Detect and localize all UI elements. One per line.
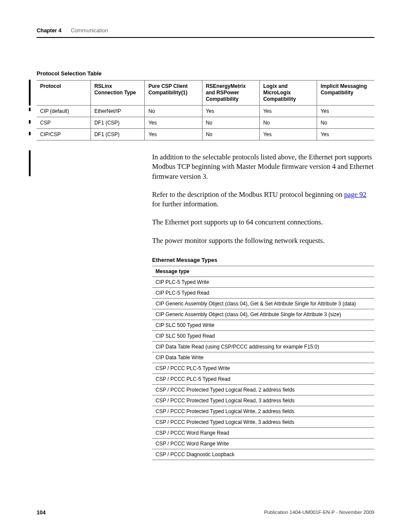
- col-logix: Logix and MicroLogix Compatibility: [259, 81, 317, 106]
- table-row: CSP / PCCC PLC-5 Typed Write: [152, 363, 374, 373]
- page-footer: 104 Publication 1404-UM001F-EN-P - Novem…: [37, 510, 374, 516]
- table-row: CSP / PCCC Word Range Read: [152, 427, 374, 438]
- chapter-label: Chapter 4: [37, 28, 62, 34]
- table-row: CIP/CSP DF1 (CSP) Yes No Yes Yes: [37, 129, 374, 140]
- table-row: CSP DF1 (CSP) Yes No No No: [37, 117, 374, 129]
- col-message-type: Message type: [152, 266, 374, 277]
- table-row: CSP / PCCC Word Range Write: [152, 438, 374, 449]
- table-row: CIP SLC 500 Typed Write: [152, 320, 374, 330]
- table-row: CIP SLC 500 Typed Read: [152, 330, 374, 341]
- paragraph: The Ethernet port supports up to 64 conc…: [152, 218, 374, 227]
- table-row: CIP Generic Assembly Object (class 04), …: [152, 309, 374, 320]
- change-bar-dot: [29, 108, 31, 111]
- paragraph: The power monitor supports the following…: [152, 236, 374, 246]
- table-row: CSP / PCCC PLC-5 Typed Read: [152, 373, 374, 384]
- col-protocol: Protocol: [37, 81, 90, 106]
- change-bar-dot: [29, 120, 31, 124]
- page-link[interactable]: page 92: [344, 190, 367, 199]
- table-row: CIP Data Table Read (using CSP/PCCC addr…: [152, 341, 374, 352]
- paragraph: Refer to the description of the Modbus R…: [152, 190, 374, 209]
- change-bar: [29, 150, 31, 176]
- table-header-row: Message type: [152, 266, 374, 277]
- body-text: In addition to the selectable protocols …: [152, 152, 374, 246]
- table-row: CIP (default) EtherNet/IP No Yes Yes Yes: [37, 106, 374, 117]
- change-bar-dot: [29, 132, 31, 135]
- chapter-title: Communication: [71, 28, 108, 34]
- paragraph: In addition to the selectable protocols …: [152, 152, 374, 181]
- table-header-row: Protocol RSLinx Connection Type Pure CSP…: [37, 81, 374, 106]
- ethernet-message-types-table: Message type CIP PLC-5 Typed Write CIP P…: [152, 266, 374, 460]
- main-content: Protocol Selection Table Protocol RSLinx…: [37, 70, 374, 460]
- table-row: CIP Data Table Write: [152, 352, 374, 363]
- col-implicit: Implicit Messaging Compatibility: [317, 81, 374, 106]
- protocol-table-title: Protocol Selection Table: [37, 70, 374, 77]
- col-rsenergy: RSEnergyMetrix and RSPower Compatibility: [202, 81, 259, 106]
- table-row: CIP PLC-5 Typed Read: [152, 287, 374, 298]
- table-row: CSP / PCCC Protected Typed Logical Write…: [152, 406, 374, 417]
- col-csp: Pure CSP Client Compatibility(1): [145, 81, 202, 106]
- table-row: CSP / PCCC Protected Typed Logical Write…: [152, 417, 374, 427]
- table-row: CIP Generic Assembly Object (class 04), …: [152, 298, 374, 309]
- message-table-title: Ethernet Message Types: [152, 257, 374, 263]
- protocol-selection-table: Protocol RSLinx Connection Type Pure CSP…: [37, 80, 374, 140]
- table-row: CSP / PCCC Protected Typed Logical Read,…: [152, 384, 374, 395]
- page-number: 104: [37, 510, 46, 516]
- table-row: CSP / PCCC Protected Typed Logical Read,…: [152, 395, 374, 406]
- chapter-line: Chapter 4 Communication: [37, 28, 374, 34]
- table-row: CIP PLC-5 Typed Write: [152, 277, 374, 287]
- col-rslinx: RSLinx Connection Type: [90, 81, 144, 106]
- header-rule: [37, 37, 374, 38]
- change-bar: [29, 80, 31, 106]
- page-header: Chapter 4 Communication: [37, 28, 374, 38]
- table-row: CSP / PCCC Diagnostic Loopback: [152, 449, 374, 460]
- publication-id: Publication 1404-UM001F-EN-P - November …: [264, 510, 374, 515]
